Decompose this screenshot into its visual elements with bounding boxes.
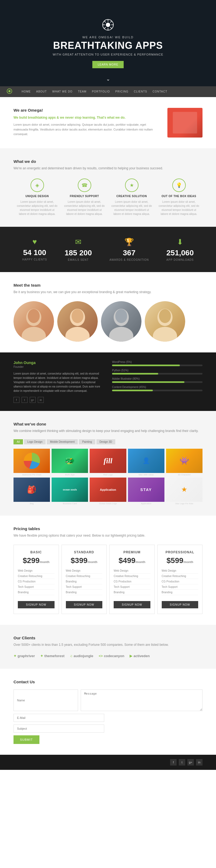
svg-point-22 bbox=[159, 309, 171, 323]
nav-whatwedo[interactable]: WHAT WE DO bbox=[49, 86, 75, 97]
portfolio-img-5: 👾 bbox=[166, 449, 202, 473]
contact-submit-button[interactable]: SUBMIT bbox=[14, 735, 39, 744]
feature-desc-3: Lorem ipsum dolor sit amet, consectetur … bbox=[111, 200, 153, 216]
portfolio-bg-7: ocean souls bbox=[52, 477, 88, 502]
footer-twitter-icon[interactable]: t bbox=[179, 759, 185, 766]
portfolio-item-2[interactable]: 🐲 Bull's Eye bbox=[52, 449, 88, 476]
feature-friendly-support: ☎ FRIENDLY SUPPORT Lorem ipsum dolor sit… bbox=[61, 179, 108, 216]
tab-logo-design[interactable]: Logo Design bbox=[24, 439, 46, 444]
audiojungle-icon: ♫ bbox=[70, 654, 73, 658]
list-item: CG Production bbox=[114, 579, 151, 584]
about-body: Lorem ipsum dolor sit amet, consectetur … bbox=[14, 122, 159, 137]
plan-basic-features: Web Design Creative Retouching CG Produc… bbox=[18, 568, 55, 595]
nav-clients[interactable]: CLIENTS bbox=[131, 86, 150, 97]
svg-line-7 bbox=[110, 27, 112, 29]
portfolio-item-5[interactable]: 👾 3D Character bbox=[166, 449, 202, 476]
portfolio-grid: Awesome Pie Chart 🐲 Bull's Eye fill Red … bbox=[14, 449, 202, 505]
nav-about[interactable]: ABOUT bbox=[33, 86, 49, 97]
whatwedo-section: What we do We're an energetic and determ… bbox=[0, 148, 216, 227]
list-item: CG Production bbox=[162, 579, 198, 584]
plan-standard-signup[interactable]: Signup Now bbox=[66, 601, 103, 608]
portfolio-label-3: Red Logo bbox=[90, 473, 126, 476]
message-field[interactable] bbox=[81, 689, 202, 711]
profile-social-links: f t g+ in bbox=[14, 397, 104, 403]
svg-point-11 bbox=[8, 90, 10, 92]
team-member-3[interactable] bbox=[101, 301, 141, 342]
portfolio-item-6[interactable]: 🎒 Bag bbox=[14, 477, 50, 505]
tab-mobile-dev[interactable]: Mobile Development bbox=[47, 439, 78, 444]
nav-pricing[interactable]: PRICING bbox=[113, 86, 131, 97]
stat-emails: ✉ 185 200 Emails Sent bbox=[64, 238, 92, 261]
list-item: Creative Retouching bbox=[18, 574, 55, 579]
portfolio-img-1 bbox=[14, 449, 50, 473]
plan-basic-signup[interactable]: Signup Now bbox=[18, 601, 55, 608]
portfolio-img-3: fill bbox=[90, 449, 126, 473]
name-field[interactable] bbox=[14, 689, 78, 711]
social-twitter[interactable]: t bbox=[22, 397, 28, 403]
about-heading: We are Omega! bbox=[14, 108, 159, 113]
list-item: Tech Support bbox=[66, 584, 103, 590]
skill-content: Content Development (45%) bbox=[112, 385, 202, 391]
feature-outofbox: 💡 OUT OF THE BOX IDEAS Lorem ipsum dolor… bbox=[155, 179, 202, 216]
nav-home[interactable]: HOME bbox=[19, 86, 33, 97]
contact-row-2 bbox=[14, 714, 202, 722]
team-member-4[interactable] bbox=[145, 301, 185, 342]
audiojungle-label: audiojungle bbox=[74, 654, 93, 658]
creative-solution-icon: ★ bbox=[125, 179, 138, 192]
portfolio-label-5: 3D Character bbox=[166, 473, 202, 476]
email-field[interactable] bbox=[14, 714, 104, 722]
plan-professional-features: Web Design Creative Retouching CG Produc… bbox=[162, 568, 198, 595]
team-photo-1 bbox=[14, 301, 54, 342]
portfolio-img-8: Application bbox=[90, 477, 126, 502]
whatwedo-heading: What we do bbox=[14, 159, 202, 164]
list-item: Creative Retouching bbox=[114, 574, 151, 579]
portfolio-item-10[interactable]: ★ Star Logo For Kids bbox=[166, 477, 202, 505]
pricing-section: Pricing tables We have flexible pricing … bbox=[0, 516, 216, 625]
trophy-icon: 🏆 bbox=[109, 238, 149, 246]
portfolio-item-3[interactable]: fill Red Logo bbox=[90, 449, 126, 476]
portfolio-item-4[interactable]: 👤 Man With Ideas bbox=[128, 449, 164, 476]
tab-painting[interactable]: Painting bbox=[79, 439, 95, 444]
portfolio-bg-4: 👤 bbox=[128, 449, 164, 473]
footer-googleplus-icon[interactable]: g+ bbox=[187, 759, 194, 766]
clients-intro: Over 5000+ clients in less than 1.5 year… bbox=[14, 642, 202, 647]
hero-cta-button[interactable]: LEARN MORE bbox=[92, 61, 124, 68]
nav-portfolio[interactable]: PORTFOLIO bbox=[89, 86, 113, 97]
social-facebook[interactable]: f bbox=[14, 397, 20, 403]
footer-linkedin-icon[interactable]: in bbox=[196, 759, 202, 766]
codecanyon-icon: <> bbox=[99, 654, 103, 658]
svg-point-13 bbox=[28, 309, 40, 323]
social-linkedin[interactable]: in bbox=[38, 397, 44, 403]
social-googleplus[interactable]: g+ bbox=[30, 397, 36, 403]
client-audiojungle: ♫ audiojungle bbox=[70, 654, 93, 658]
portfolio-item-7[interactable]: ocean souls Business Card bbox=[52, 477, 88, 505]
plan-basic-name: BASIC bbox=[18, 550, 55, 554]
list-item: Tech Support bbox=[18, 584, 55, 590]
profile-skills: WordPress (5%) Python (51%) Adobe Illust… bbox=[112, 361, 202, 403]
tab-design3d[interactable]: Design 3D bbox=[97, 439, 115, 444]
team-member-1[interactable] bbox=[14, 301, 54, 342]
about-highlight: We build breathtaking apps & we never st… bbox=[14, 115, 159, 120]
svg-point-23 bbox=[153, 327, 177, 342]
tab-all[interactable]: All bbox=[14, 439, 23, 444]
plan-professional-signup[interactable]: Signup Now bbox=[162, 601, 198, 608]
feature-title-2: FRIENDLY SUPPORT bbox=[63, 195, 105, 198]
subject-field[interactable] bbox=[14, 724, 104, 733]
portfolio-label-4: Man With Ideas bbox=[128, 473, 164, 476]
plan-basic: BASIC $299/month Web Design Creative Ret… bbox=[14, 545, 59, 614]
about-section: We are Omega! We build breathtaking apps… bbox=[0, 97, 216, 148]
feature-desc-2: Lorem ipsum dolor sit amet, consectetur … bbox=[63, 200, 105, 216]
themeforest-label: themeforest bbox=[44, 654, 64, 658]
team-member-2[interactable] bbox=[57, 301, 98, 342]
plan-premium-signup[interactable]: Signup Now bbox=[114, 601, 151, 608]
team-heading: Meet the team bbox=[14, 283, 202, 287]
footer-facebook-icon[interactable]: f bbox=[170, 759, 177, 766]
stat-label-2: Emails Sent bbox=[64, 258, 92, 261]
portfolio-item-8[interactable]: Application Ocean Souls Logo bbox=[90, 477, 126, 505]
portfolio-item-9[interactable]: STAY Application bbox=[128, 477, 164, 505]
nav-team[interactable]: TEAM bbox=[75, 86, 89, 97]
portfolio-item-1[interactable]: Awesome Pie Chart bbox=[14, 449, 50, 476]
hero-title: BREATHTAKING APPS bbox=[53, 40, 163, 51]
nav-contact[interactable]: CONTACT bbox=[150, 86, 170, 97]
portfolio-bg-8: Application bbox=[90, 477, 126, 502]
